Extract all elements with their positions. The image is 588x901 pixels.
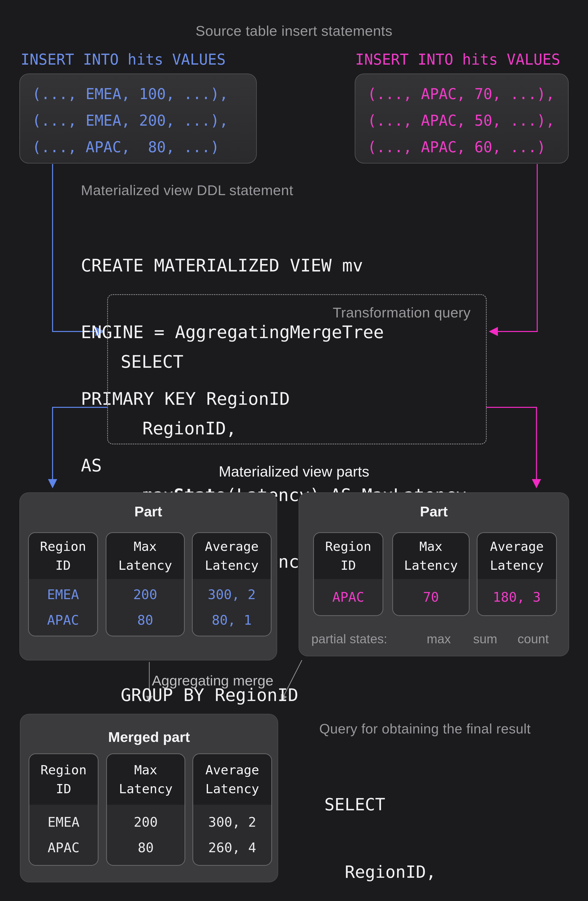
insert-left-heading: INSERT INTO hits VALUES — [21, 51, 226, 69]
insert-row: (..., EMEA, 100, ...), — [32, 81, 256, 107]
column-value: 80, 1 — [193, 607, 271, 633]
final-query-code: SELECT RegionID, maxMerge(MaxLatency), a… — [324, 748, 558, 901]
column-value: 70 — [393, 584, 469, 610]
insert-left-box: (..., EMEA, 100, ...), (..., EMEA, 200, … — [19, 73, 257, 164]
merged-part-box: Merged part Region ID EMEA APAC Max Late… — [20, 714, 278, 882]
merge-label: Aggregating merge — [152, 672, 273, 689]
column-value: EMEA — [29, 582, 97, 607]
insert-row: (..., EMEA, 200, ...), — [32, 107, 256, 134]
column-card: Region ID EMEA APAC — [29, 753, 98, 866]
column-value: 180, 3 — [478, 584, 556, 610]
final-query-title: Query for obtaining the final result — [319, 721, 530, 737]
code-line: RegionID, — [345, 861, 558, 883]
column-card: Average Latency 300, 2 260, 4 — [193, 753, 272, 866]
part-box-right: Part Region ID APAC Max Latency 70 Avera… — [299, 493, 569, 656]
parts-section-title: Materialized view parts — [0, 463, 588, 480]
code-line: RegionID, — [142, 417, 466, 440]
column-value: APAC — [314, 584, 383, 610]
ddl-title: Materialized view DDL statement — [81, 182, 293, 198]
column-header: Average Latency — [478, 533, 556, 579]
column-value: 300, 2 — [193, 582, 271, 607]
column-value: APAC — [29, 607, 97, 633]
column-header: Max Latency — [393, 533, 469, 579]
column-header: Average Latency — [193, 754, 271, 805]
magenta-arrow-insert-to-query — [491, 164, 537, 332]
column-card: Region ID APAC — [313, 532, 383, 616]
column-header: Average Latency — [193, 533, 271, 579]
annotation-count: count — [518, 631, 549, 646]
annotation-max: max — [427, 631, 451, 646]
annotation-sum: sum — [473, 631, 497, 646]
column-card: Max Latency 200 80 — [106, 532, 185, 636]
column-card: Max Latency 70 — [392, 532, 470, 616]
insert-row: (..., APAC, 80, ...) — [32, 134, 256, 161]
page-title: Source table insert statements — [0, 22, 588, 39]
merged-part-title: Merged part — [20, 729, 278, 745]
column-card: Average Latency 300, 2 80, 1 — [192, 532, 272, 636]
column-card: Max Latency 200 80 — [106, 753, 185, 866]
part-title: Part — [20, 503, 277, 520]
column-value: 260, 4 — [193, 835, 271, 860]
insert-row: (..., APAC, 50, ...), — [367, 107, 568, 134]
diagram-canvas: Source table insert statements INSERT IN… — [0, 0, 588, 901]
insert-row: (..., APAC, 70, ...), — [367, 81, 568, 107]
column-header: Max Latency — [106, 533, 184, 579]
column-value: 80 — [106, 607, 184, 633]
column-header: Region ID — [29, 533, 97, 579]
column-card: Average Latency 180, 3 — [477, 532, 557, 616]
column-value: 300, 2 — [193, 809, 271, 835]
ddl-code-line: CREATE MATERIALIZED VIEW mv — [81, 254, 384, 277]
code-line: SELECT — [324, 793, 558, 816]
part-title: Part — [299, 503, 569, 520]
column-header: Region ID — [30, 754, 98, 805]
insert-right-heading: INSERT INTO hits VALUES — [355, 51, 560, 69]
partial-states-label: partial states: — [311, 631, 387, 646]
column-header: Region ID — [314, 533, 383, 579]
column-header: Max Latency — [107, 754, 185, 805]
column-value: 200 — [106, 582, 184, 607]
column-value: APAC — [30, 835, 98, 860]
insert-right-box: (..., APAC, 70, ...), (..., APAC, 50, ..… — [355, 73, 569, 164]
column-value: 80 — [107, 835, 185, 860]
code-line: SELECT — [121, 351, 466, 373]
insert-row: (..., APAC, 60, ...) — [367, 134, 568, 161]
column-value: 200 — [107, 809, 185, 835]
column-card: Region ID EMEA APAC — [28, 532, 98, 636]
column-value: EMEA — [30, 809, 98, 835]
transformation-box: Transformation query SELECT RegionID, ma… — [107, 294, 487, 444]
part-box-left: Part Region ID EMEA APAC Max Latency 200… — [19, 493, 277, 661]
